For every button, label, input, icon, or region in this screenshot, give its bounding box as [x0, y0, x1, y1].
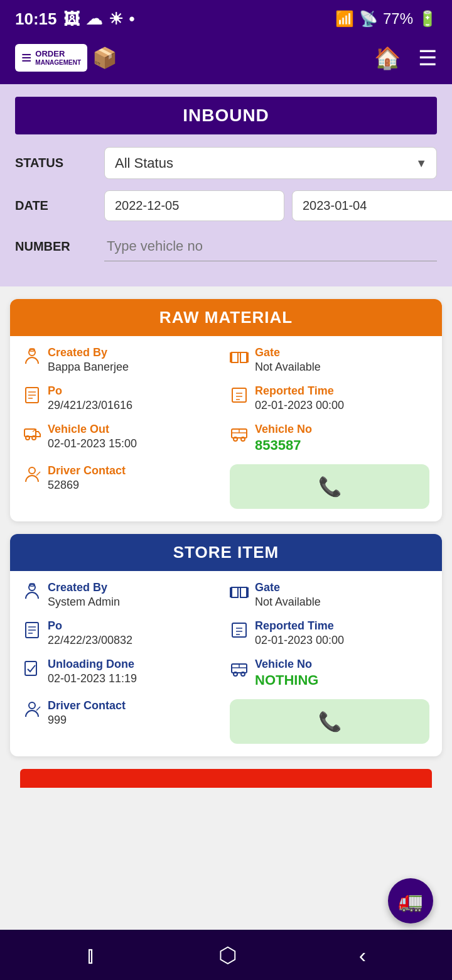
store-vehicle-no-label: Vehicle No — [255, 658, 318, 672]
dot-icon: • — [129, 9, 135, 29]
header-icons: 🏠 ☰ — [374, 45, 437, 70]
store-po-field: Po 22/422/23/00832 — [23, 619, 222, 648]
raw-po-field: Po 29/421/23/01616 — [23, 384, 222, 413]
store-driver-contact-value: 999 — [48, 713, 126, 727]
svg-rect-3 — [240, 352, 247, 362]
wifi-icon: 📶 — [335, 10, 354, 28]
nav-menu-icon[interactable]: ⫿ — [86, 943, 97, 967]
next-card-preview — [20, 769, 432, 788]
app-header: ≡ ORDER MANAGEMENT 📦 🏠 ☰ — [0, 38, 452, 84]
svg-point-19 — [234, 437, 237, 441]
store-driver-contact-label: Driver Contact — [48, 699, 126, 713]
raw-created-by-label: Created By — [48, 346, 129, 360]
raw-material-grid: Created By Bappa Banerjee — [23, 346, 429, 509]
cloud-icon: ☁ — [86, 9, 102, 29]
svg-rect-28 — [240, 587, 247, 597]
svg-point-43 — [241, 672, 245, 676]
raw-material-card: RAW MATERIAL Created By Bappa Banerj — [10, 299, 442, 521]
raw-vehicle-no-field: Vehicle No 853587 — [230, 423, 429, 454]
svg-point-42 — [234, 672, 237, 676]
raw-material-header: RAW MATERIAL — [10, 299, 442, 336]
filter-section: INBOUND STATUS All Status ▼ DATE 🔍 NUMBE… — [0, 84, 452, 286]
reported-time-icon — [230, 386, 249, 409]
date-to-input[interactable] — [292, 190, 452, 221]
raw-created-by-field: Created By Bappa Banerjee — [23, 346, 222, 374]
date-label: DATE — [15, 199, 97, 213]
status-time: 10:15 🖼 ☁ ☀ • — [15, 9, 135, 29]
vehicle-out-icon — [23, 424, 41, 447]
menu-icon[interactable]: ☰ — [418, 45, 437, 70]
store-po-label: Po — [48, 619, 132, 633]
store-unloading-field: Unloading Done 02-01-2023 11:19 — [23, 658, 222, 689]
raw-driver-contact-field: Driver Contact 52869 — [23, 464, 222, 509]
store-bus-icon — [230, 659, 249, 682]
inbound-title: INBOUND — [15, 97, 437, 134]
store-gate-label: Gate — [255, 581, 321, 595]
logo-icon: ≡ — [21, 48, 31, 68]
raw-vehicle-out-label: Vehicle Out — [48, 423, 137, 437]
status-select-wrapper[interactable]: All Status ▼ — [104, 147, 437, 179]
svg-point-20 — [241, 437, 245, 441]
fab-button[interactable]: 🚛 — [388, 878, 433, 923]
raw-reported-time-field: Reported Time 02-01-2023 00:00 — [230, 384, 429, 413]
raw-reported-time-value: 02-01-2023 00:00 — [255, 398, 344, 413]
phone-icon: 📞 — [318, 476, 342, 498]
battery-icon: 🔋 — [418, 10, 437, 28]
logo-container: ≡ ORDER MANAGEMENT 📦 — [15, 44, 117, 72]
raw-vehicle-no-value: 853587 — [255, 437, 312, 455]
svg-rect-40 — [25, 662, 36, 675]
svg-line-24 — [36, 472, 40, 476]
raw-vehicle-out-field: Vehicle Out 02-01-2023 15:00 — [23, 423, 222, 454]
store-item-grid: Created By System Admin — [23, 581, 429, 744]
store-driver-contact-icon — [23, 700, 41, 724]
raw-po-label: Po — [48, 384, 132, 398]
vehicle-number-input[interactable] — [104, 232, 437, 261]
store-unloading-label: Unloading Done — [48, 658, 137, 672]
store-driver-contact-field: Driver Contact 999 — [23, 699, 222, 744]
raw-material-body: Created By Bappa Banerjee — [10, 336, 442, 521]
camera-icon: 🖼 — [63, 9, 80, 29]
raw-gate-field: Gate Not Available — [230, 346, 429, 374]
status-bar: 10:15 🖼 ☁ ☀ • 📶 📡 77% 🔋 — [0, 0, 452, 38]
nav-home-circle-icon[interactable]: ⬡ — [218, 942, 237, 967]
po-icon — [23, 386, 41, 409]
time-display: 10:15 — [15, 9, 57, 29]
store-reported-time-value: 02-01-2023 00:00 — [255, 633, 344, 648]
store-vehicle-no-field: Vehicle No NOTHING — [230, 658, 429, 689]
logo-box: ≡ ORDER MANAGEMENT — [15, 44, 87, 72]
store-call-button-cell: 📞 — [230, 699, 429, 744]
battery-display: 77% — [383, 10, 413, 28]
home-icon[interactable]: 🏠 — [374, 45, 401, 70]
store-vehicle-no-value: NOTHING — [255, 672, 318, 690]
number-filter-row: NUMBER — [15, 232, 437, 261]
raw-gate-value: Not Available — [255, 360, 321, 374]
raw-call-button-cell: 📞 — [230, 464, 429, 509]
store-call-button[interactable]: 📞 — [230, 699, 429, 744]
svg-point-17 — [32, 436, 36, 440]
store-item-title: STORE ITEM — [173, 543, 279, 562]
store-item-header: STORE ITEM — [10, 534, 442, 571]
store-unloading-value: 02-01-2023 11:19 — [48, 672, 137, 686]
svg-point-16 — [26, 436, 30, 440]
raw-vehicle-no-label: Vehicle No — [255, 423, 312, 437]
logo-line2: MANAGEMENT — [35, 59, 81, 66]
store-item-card: STORE ITEM Created By System Admin — [10, 534, 442, 756]
bus-icon — [230, 424, 249, 447]
raw-driver-contact-label: Driver Contact — [48, 464, 126, 478]
nav-back-icon[interactable]: ‹ — [359, 943, 366, 967]
svg-point-23 — [29, 467, 35, 474]
status-select[interactable]: All Status — [104, 147, 437, 179]
svg-rect-2 — [232, 352, 238, 362]
status-indicators: 📶 📡 77% 🔋 — [335, 10, 437, 28]
raw-call-button[interactable]: 📞 — [230, 464, 429, 509]
store-gate-field: Gate Not Available — [230, 581, 429, 609]
bottom-nav: ⫿ ⬡ ‹ — [0, 930, 452, 980]
store-item-body: Created By System Admin — [10, 571, 442, 756]
store-gate-icon — [230, 582, 249, 606]
store-reported-time-icon — [230, 621, 249, 644]
store-created-by-label: Created By — [48, 581, 120, 595]
date-from-input[interactable] — [104, 190, 284, 221]
store-created-by-field: Created By System Admin — [23, 581, 222, 609]
raw-material-title: RAW MATERIAL — [159, 308, 293, 327]
svg-rect-27 — [232, 587, 238, 597]
